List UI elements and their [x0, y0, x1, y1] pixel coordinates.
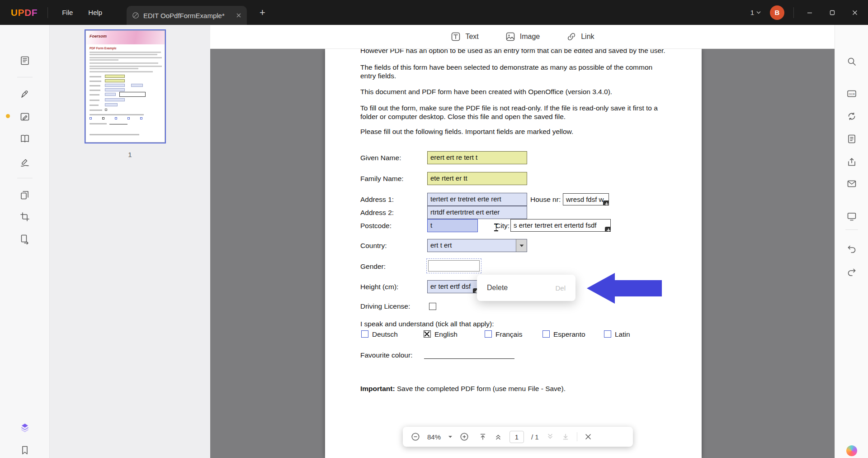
- field-city-value: s erter tertret ert ertertd fsdf: [514, 221, 596, 229]
- titlebar: UPDF File Help EDIT OoPdfFormExample* + …: [0, 0, 868, 25]
- left-arrow-icon: [587, 272, 662, 305]
- mail-button[interactable]: [846, 178, 857, 189]
- document-canvas: However PDF has an option to be used as …: [210, 49, 835, 458]
- checkbox-esperanto[interactable]: [542, 330, 550, 338]
- field-height[interactable]: er tert ertf dsf: [427, 280, 479, 293]
- layers-button[interactable]: [19, 422, 30, 433]
- tab-count-dropdown[interactable]: 1: [750, 9, 761, 16]
- field-house-nr[interactable]: wresd fdsf w: [563, 193, 609, 205]
- label-latin: Latin: [615, 330, 630, 339]
- maximize-button[interactable]: [826, 6, 839, 19]
- save-as-button[interactable]: [846, 134, 857, 144]
- page-number-input[interactable]: 1: [509, 431, 524, 443]
- label-postcode: Postcode:: [360, 222, 392, 230]
- new-tab-button[interactable]: +: [256, 0, 269, 25]
- redo-button[interactable]: [846, 267, 857, 277]
- sign-tool-button[interactable]: [19, 157, 30, 168]
- thumbnail-doc-title: PDF Form Example: [90, 47, 117, 50]
- reader-tool-button[interactable]: [19, 133, 30, 144]
- last-page-button[interactable]: [561, 433, 570, 441]
- dropdown-arrow-icon: [519, 244, 524, 248]
- menu-file[interactable]: File: [54, 0, 80, 25]
- signature-icon: [19, 157, 30, 168]
- search-button[interactable]: [846, 56, 857, 67]
- context-menu-delete[interactable]: Delete Del: [477, 275, 576, 301]
- share-icon: [846, 157, 857, 167]
- field-given-name[interactable]: erert ert re tert t: [427, 151, 527, 164]
- tool-image-button[interactable]: Image: [505, 31, 540, 42]
- extract-pages-button[interactable]: [19, 234, 30, 244]
- menu-help[interactable]: Help: [80, 0, 110, 25]
- add-field-badge[interactable]: [605, 227, 611, 232]
- convert-icon: [846, 111, 857, 122]
- bookmark-button[interactable]: [19, 445, 30, 456]
- add-field-badge[interactable]: [603, 200, 609, 205]
- edit-tool-button[interactable]: [19, 111, 30, 122]
- thumbnail-panel-button[interactable]: [19, 55, 30, 66]
- close-button[interactable]: [848, 6, 862, 19]
- crop-pages-button[interactable]: [19, 211, 30, 222]
- ai-assistant-button[interactable]: [846, 445, 857, 456]
- field-gender[interactable]: [428, 260, 480, 272]
- annotate-tool-button[interactable]: [19, 89, 30, 100]
- page-thumbnail[interactable]: Foersom PDF Form Example: [85, 30, 165, 143]
- close-toolbar-button[interactable]: [585, 433, 592, 440]
- zoom-out-icon: [411, 432, 420, 441]
- field-gender-selection[interactable]: [426, 258, 481, 273]
- favourite-colour-line[interactable]: [424, 358, 514, 359]
- rail-divider: [845, 229, 858, 230]
- field-address1[interactable]: tertert er tretret erte rert: [427, 193, 527, 206]
- first-page-button[interactable]: [479, 433, 487, 441]
- zoom-level[interactable]: 84%: [427, 433, 441, 441]
- country-dropdown-button[interactable]: [516, 239, 527, 252]
- window-controls-divider: [793, 7, 794, 18]
- link-tool-icon: [566, 31, 577, 42]
- share-button[interactable]: [846, 157, 857, 167]
- tool-text-button[interactable]: Text: [450, 31, 478, 42]
- minimize-icon: [807, 10, 813, 16]
- convert-button[interactable]: [846, 111, 857, 122]
- checkbox-english[interactable]: [424, 330, 431, 338]
- zoom-dropdown-button[interactable]: [448, 435, 453, 439]
- minimize-button[interactable]: [803, 6, 816, 19]
- field-country-dropdown[interactable]: ert t ert: [427, 239, 527, 252]
- doc-paragraph: This document and PDF form have been cre…: [360, 87, 612, 96]
- plus-icon: [606, 228, 611, 232]
- important-note-bold: Important:: [360, 385, 395, 392]
- zoom-toolbar: 84% 1 / 1: [403, 427, 633, 447]
- tool-image-label: Image: [520, 33, 540, 41]
- checkbox-francais[interactable]: [485, 330, 492, 338]
- doc-paragraph: However PDF has an option to be used as …: [360, 49, 665, 55]
- tab-close-icon[interactable]: [236, 13, 241, 18]
- undo-button[interactable]: [846, 243, 857, 254]
- document-tab[interactable]: EDIT OoPdfFormExample*: [127, 6, 247, 25]
- organize-pages-icon: [19, 190, 30, 200]
- field-address2[interactable]: rtrtdf ertertrtret ert erter: [427, 206, 527, 219]
- checkbox-deutsch[interactable]: [361, 330, 368, 338]
- organize-pages-button[interactable]: [19, 190, 30, 200]
- next-page-button[interactable]: [546, 433, 554, 441]
- label-address1: Address 1:: [360, 196, 394, 204]
- updf-logo: UPDF: [11, 7, 38, 18]
- previous-page-button[interactable]: [494, 433, 502, 441]
- mail-icon: [846, 178, 857, 189]
- ai-assistant-icon: [846, 445, 857, 456]
- annotate-pen-icon: [19, 89, 30, 100]
- zoom-in-icon: [460, 432, 469, 441]
- zoom-out-button[interactable]: [411, 432, 420, 441]
- checkbox-driving-license[interactable]: [429, 303, 436, 310]
- zoom-in-button[interactable]: [460, 432, 469, 441]
- tool-link-label: Link: [581, 33, 594, 41]
- field-city[interactable]: s erter tertret ert ertertd fsdf: [510, 219, 611, 232]
- search-icon: [846, 56, 857, 67]
- double-chevron-down-icon: [546, 433, 554, 441]
- tool-link-button[interactable]: Link: [566, 31, 594, 42]
- avatar[interactable]: B: [770, 5, 784, 20]
- ocr-button[interactable]: OCR: [846, 88, 857, 99]
- slideshow-button[interactable]: [846, 211, 857, 222]
- undo-icon: [846, 243, 857, 254]
- field-postcode[interactable]: t: [427, 219, 478, 232]
- checkbox-latin[interactable]: [604, 330, 611, 338]
- field-family-name[interactable]: ete rtert er tt: [427, 172, 527, 185]
- extract-page-icon: [19, 234, 30, 244]
